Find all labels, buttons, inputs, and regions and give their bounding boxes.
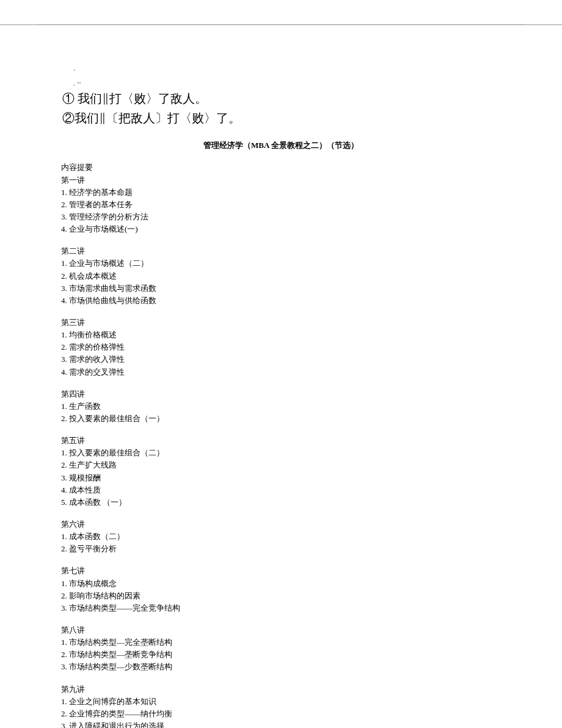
lecture-item: 5. 成本函数 （一）: [61, 496, 501, 509]
lectures-container: 第一讲1. 经济学的基本命题2. 管理者的基本任务3. 管理经济学的分析方法4.…: [61, 174, 501, 728]
lecture-item: 1. 经济学的基本命题: [61, 186, 501, 199]
lecture-item: 2. 投入要素的最佳组合（一）: [61, 413, 501, 425]
lecture-item: 1. 企业与市场概述（二）: [61, 257, 501, 270]
lecture-block: 第五讲1. 投入要素的最佳组合（二）2. 生产扩大线路3. 规模报酬4. 成本性…: [61, 435, 501, 509]
lecture-item: 1. 成本函数（二）: [61, 531, 501, 543]
lecture-title: 第八讲: [61, 624, 501, 636]
lecture-block: 第一讲1. 经济学的基本命题2. 管理者的基本任务3. 管理经济学的分析方法4.…: [61, 174, 501, 236]
lecture-block: 第七讲1. 市场构成概念2. 影响市场结构的因素3. 市场结构类型——完全竞争结…: [61, 565, 501, 614]
toc-label: 内容提要: [61, 162, 501, 173]
lecture-item: 2. 管理者的基本任务: [61, 199, 501, 211]
document-title: 管理经济学（MBA 全景教程之二）（节选）: [61, 140, 501, 151]
lecture-block: 第九讲1. 企业之间博弈的基本知识2. 企业博弈的类型——纳什均衡3. 进入障碍…: [61, 683, 501, 728]
lecture-item: 3. 市场需求曲线与需求函数: [61, 282, 501, 295]
lecture-item: 3. 规模报酬: [61, 472, 501, 484]
lecture-item: 1. 生产函数: [61, 400, 501, 413]
lecture-block: 第三讲1. 均衡价格概述2. 需求的价格弹性3. 需求的收入弹性4. 需求的交叉…: [61, 317, 501, 378]
lecture-title: 第六讲: [61, 518, 501, 531]
lecture-item: 4. 企业与市场概述(一): [61, 223, 501, 235]
lecture-item: 3. 需求的收入弹性: [61, 353, 501, 366]
lecture-item: 1. 投入要素的最佳组合（二）: [61, 447, 501, 459]
example-block: ` . ~ ① 我们‖打〈败〉了敌人。 ②我们‖〔把敌人〕打〈败〉了。: [61, 68, 501, 128]
lecture-item: 1. 均衡价格概述: [61, 329, 501, 341]
lecture-title: 第四讲: [61, 388, 501, 400]
lecture-title: 第七讲: [61, 565, 501, 577]
lecture-item: 2. 盈亏平衡分析: [61, 543, 501, 555]
lecture-item: 3. 市场结构类型—少数垄断结构: [61, 661, 501, 673]
lecture-item: 2. 市场结构类型—垄断竞争结构: [61, 649, 501, 661]
lecture-item: 1. 市场结构类型—完全垄断结构: [61, 636, 501, 649]
lecture-item: 2. 需求的价格弹性: [61, 341, 501, 353]
tiny-mark-1: `: [61, 68, 501, 78]
lecture-item: 3. 进入障碍和退出行为的选择: [61, 720, 501, 728]
lecture-title: 第三讲: [61, 317, 501, 329]
lecture-item: 2. 企业博弈的类型——纳什均衡: [61, 708, 501, 720]
document-page: ` . ~ ① 我们‖打〈败〉了敌人。 ②我们‖〔把敌人〕打〈败〉了。 管理经济…: [0, 24, 562, 728]
lecture-item: 1. 企业之间博弈的基本知识: [61, 696, 501, 708]
top-horizontal-rule: [37, 24, 525, 25]
lecture-title: 第五讲: [61, 435, 501, 447]
lecture-block: 第四讲1. 生产函数2. 投入要素的最佳组合（一）: [61, 388, 501, 425]
example-sentence-1: ① 我们‖打〈败〉了敌人。: [61, 89, 501, 108]
lecture-block: 第二讲1. 企业与市场概述（二）2. 机会成本概述3. 市场需求曲线与需求函数4…: [61, 245, 501, 307]
lecture-title: 第二讲: [61, 245, 501, 257]
lecture-title: 第九讲: [61, 683, 501, 696]
lecture-item: 4. 成本性质: [61, 484, 501, 496]
lecture-item: 2. 机会成本概述: [61, 270, 501, 282]
lecture-item: 3. 管理经济学的分析方法: [61, 211, 501, 223]
example-sentence-2: ②我们‖〔把敌人〕打〈败〉了。: [61, 108, 501, 128]
lecture-item: 4. 需求的交叉弹性: [61, 366, 501, 378]
lecture-item: 1. 市场构成概念: [61, 578, 501, 590]
lecture-title: 第一讲: [61, 174, 501, 186]
lecture-item: 4. 市场供给曲线与供给函数: [61, 295, 501, 307]
lecture-item: 2. 生产扩大线路: [61, 459, 501, 471]
tiny-mark-2: . ~: [61, 78, 501, 89]
lecture-block: 第六讲1. 成本函数（二）2. 盈亏平衡分析: [61, 518, 501, 555]
lecture-block: 第八讲1. 市场结构类型—完全垄断结构2. 市场结构类型—垄断竞争结构3. 市场…: [61, 624, 501, 674]
lecture-item: 2. 影响市场结构的因素: [61, 590, 501, 602]
lecture-item: 3. 市场结构类型——完全竞争结构: [61, 602, 501, 614]
